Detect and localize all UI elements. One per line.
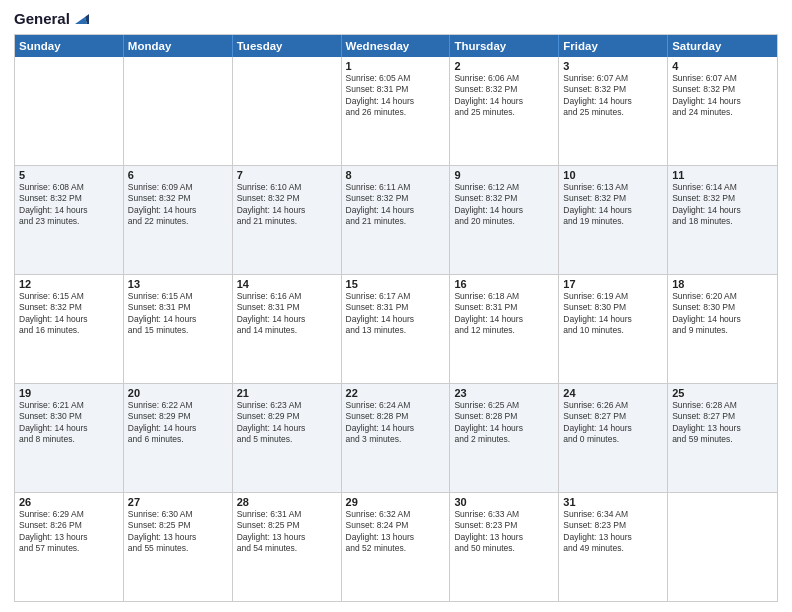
- day-number: 12: [19, 278, 119, 290]
- calendar-row-1: 1Sunrise: 6:05 AM Sunset: 8:31 PM Daylig…: [15, 57, 777, 166]
- calendar-cell: [668, 493, 777, 601]
- day-info: Sunrise: 6:13 AM Sunset: 8:32 PM Dayligh…: [563, 182, 663, 228]
- day-info: Sunrise: 6:19 AM Sunset: 8:30 PM Dayligh…: [563, 291, 663, 337]
- day-number: 18: [672, 278, 773, 290]
- day-info: Sunrise: 6:23 AM Sunset: 8:29 PM Dayligh…: [237, 400, 337, 446]
- calendar-cell: 25Sunrise: 6:28 AM Sunset: 8:27 PM Dayli…: [668, 384, 777, 492]
- header-day-saturday: Saturday: [668, 35, 777, 57]
- day-number: 20: [128, 387, 228, 399]
- day-info: Sunrise: 6:16 AM Sunset: 8:31 PM Dayligh…: [237, 291, 337, 337]
- day-number: 31: [563, 496, 663, 508]
- day-info: Sunrise: 6:12 AM Sunset: 8:32 PM Dayligh…: [454, 182, 554, 228]
- day-info: Sunrise: 6:08 AM Sunset: 8:32 PM Dayligh…: [19, 182, 119, 228]
- day-info: Sunrise: 6:15 AM Sunset: 8:32 PM Dayligh…: [19, 291, 119, 337]
- header-day-friday: Friday: [559, 35, 668, 57]
- day-number: 8: [346, 169, 446, 181]
- day-number: 7: [237, 169, 337, 181]
- day-info: Sunrise: 6:24 AM Sunset: 8:28 PM Dayligh…: [346, 400, 446, 446]
- day-number: 19: [19, 387, 119, 399]
- day-number: 28: [237, 496, 337, 508]
- calendar-cell: 27Sunrise: 6:30 AM Sunset: 8:25 PM Dayli…: [124, 493, 233, 601]
- calendar-cell: [233, 57, 342, 165]
- calendar-row-5: 26Sunrise: 6:29 AM Sunset: 8:26 PM Dayli…: [15, 493, 777, 601]
- calendar-cell: 21Sunrise: 6:23 AM Sunset: 8:29 PM Dayli…: [233, 384, 342, 492]
- day-info: Sunrise: 6:18 AM Sunset: 8:31 PM Dayligh…: [454, 291, 554, 337]
- day-info: Sunrise: 6:11 AM Sunset: 8:32 PM Dayligh…: [346, 182, 446, 228]
- day-info: Sunrise: 6:10 AM Sunset: 8:32 PM Dayligh…: [237, 182, 337, 228]
- calendar-cell: 28Sunrise: 6:31 AM Sunset: 8:25 PM Dayli…: [233, 493, 342, 601]
- day-number: 23: [454, 387, 554, 399]
- day-info: Sunrise: 6:32 AM Sunset: 8:24 PM Dayligh…: [346, 509, 446, 555]
- calendar-cell: 11Sunrise: 6:14 AM Sunset: 8:32 PM Dayli…: [668, 166, 777, 274]
- header-day-sunday: Sunday: [15, 35, 124, 57]
- calendar-cell: 4Sunrise: 6:07 AM Sunset: 8:32 PM Daylig…: [668, 57, 777, 165]
- calendar-row-4: 19Sunrise: 6:21 AM Sunset: 8:30 PM Dayli…: [15, 384, 777, 493]
- day-number: 14: [237, 278, 337, 290]
- header: General: [14, 10, 778, 28]
- calendar-cell: 19Sunrise: 6:21 AM Sunset: 8:30 PM Dayli…: [15, 384, 124, 492]
- logo: General: [14, 10, 89, 28]
- calendar-cell: 10Sunrise: 6:13 AM Sunset: 8:32 PM Dayli…: [559, 166, 668, 274]
- calendar-cell: 22Sunrise: 6:24 AM Sunset: 8:28 PM Dayli…: [342, 384, 451, 492]
- header-day-thursday: Thursday: [450, 35, 559, 57]
- day-info: Sunrise: 6:21 AM Sunset: 8:30 PM Dayligh…: [19, 400, 119, 446]
- logo-text-general: General: [14, 11, 70, 28]
- day-number: 30: [454, 496, 554, 508]
- calendar-cell: 16Sunrise: 6:18 AM Sunset: 8:31 PM Dayli…: [450, 275, 559, 383]
- day-number: 5: [19, 169, 119, 181]
- calendar-cell: 20Sunrise: 6:22 AM Sunset: 8:29 PM Dayli…: [124, 384, 233, 492]
- header-day-tuesday: Tuesday: [233, 35, 342, 57]
- day-number: 11: [672, 169, 773, 181]
- calendar-body: 1Sunrise: 6:05 AM Sunset: 8:31 PM Daylig…: [15, 57, 777, 601]
- svg-marker-0: [75, 17, 87, 24]
- day-number: 29: [346, 496, 446, 508]
- day-info: Sunrise: 6:07 AM Sunset: 8:32 PM Dayligh…: [672, 73, 773, 119]
- day-number: 2: [454, 60, 554, 72]
- page: General SundayMondayTuesdayWednesdayThur…: [0, 0, 792, 612]
- day-info: Sunrise: 6:07 AM Sunset: 8:32 PM Dayligh…: [563, 73, 663, 119]
- calendar-cell: 3Sunrise: 6:07 AM Sunset: 8:32 PM Daylig…: [559, 57, 668, 165]
- calendar-cell: 30Sunrise: 6:33 AM Sunset: 8:23 PM Dayli…: [450, 493, 559, 601]
- calendar-cell: 24Sunrise: 6:26 AM Sunset: 8:27 PM Dayli…: [559, 384, 668, 492]
- day-number: 21: [237, 387, 337, 399]
- day-info: Sunrise: 6:15 AM Sunset: 8:31 PM Dayligh…: [128, 291, 228, 337]
- calendar-cell: 17Sunrise: 6:19 AM Sunset: 8:30 PM Dayli…: [559, 275, 668, 383]
- calendar-cell: [124, 57, 233, 165]
- header-day-monday: Monday: [124, 35, 233, 57]
- day-number: 26: [19, 496, 119, 508]
- day-number: 1: [346, 60, 446, 72]
- day-info: Sunrise: 6:05 AM Sunset: 8:31 PM Dayligh…: [346, 73, 446, 119]
- day-info: Sunrise: 6:26 AM Sunset: 8:27 PM Dayligh…: [563, 400, 663, 446]
- calendar-cell: 9Sunrise: 6:12 AM Sunset: 8:32 PM Daylig…: [450, 166, 559, 274]
- calendar-cell: 13Sunrise: 6:15 AM Sunset: 8:31 PM Dayli…: [124, 275, 233, 383]
- day-info: Sunrise: 6:30 AM Sunset: 8:25 PM Dayligh…: [128, 509, 228, 555]
- day-info: Sunrise: 6:29 AM Sunset: 8:26 PM Dayligh…: [19, 509, 119, 555]
- day-info: Sunrise: 6:06 AM Sunset: 8:32 PM Dayligh…: [454, 73, 554, 119]
- day-number: 13: [128, 278, 228, 290]
- day-info: Sunrise: 6:14 AM Sunset: 8:32 PM Dayligh…: [672, 182, 773, 228]
- calendar-cell: 14Sunrise: 6:16 AM Sunset: 8:31 PM Dayli…: [233, 275, 342, 383]
- day-info: Sunrise: 6:09 AM Sunset: 8:32 PM Dayligh…: [128, 182, 228, 228]
- calendar-cell: 26Sunrise: 6:29 AM Sunset: 8:26 PM Dayli…: [15, 493, 124, 601]
- day-number: 4: [672, 60, 773, 72]
- day-info: Sunrise: 6:34 AM Sunset: 8:23 PM Dayligh…: [563, 509, 663, 555]
- day-number: 6: [128, 169, 228, 181]
- calendar-cell: 8Sunrise: 6:11 AM Sunset: 8:32 PM Daylig…: [342, 166, 451, 274]
- calendar-cell: 31Sunrise: 6:34 AM Sunset: 8:23 PM Dayli…: [559, 493, 668, 601]
- logo-icon: [71, 10, 89, 28]
- calendar: SundayMondayTuesdayWednesdayThursdayFrid…: [14, 34, 778, 602]
- calendar-row-3: 12Sunrise: 6:15 AM Sunset: 8:32 PM Dayli…: [15, 275, 777, 384]
- day-number: 10: [563, 169, 663, 181]
- day-info: Sunrise: 6:31 AM Sunset: 8:25 PM Dayligh…: [237, 509, 337, 555]
- day-info: Sunrise: 6:20 AM Sunset: 8:30 PM Dayligh…: [672, 291, 773, 337]
- calendar-cell: 18Sunrise: 6:20 AM Sunset: 8:30 PM Dayli…: [668, 275, 777, 383]
- day-info: Sunrise: 6:17 AM Sunset: 8:31 PM Dayligh…: [346, 291, 446, 337]
- calendar-cell: 12Sunrise: 6:15 AM Sunset: 8:32 PM Dayli…: [15, 275, 124, 383]
- day-info: Sunrise: 6:25 AM Sunset: 8:28 PM Dayligh…: [454, 400, 554, 446]
- calendar-cell: 23Sunrise: 6:25 AM Sunset: 8:28 PM Dayli…: [450, 384, 559, 492]
- day-number: 24: [563, 387, 663, 399]
- calendar-header: SundayMondayTuesdayWednesdayThursdayFrid…: [15, 35, 777, 57]
- day-info: Sunrise: 6:33 AM Sunset: 8:23 PM Dayligh…: [454, 509, 554, 555]
- calendar-cell: 29Sunrise: 6:32 AM Sunset: 8:24 PM Dayli…: [342, 493, 451, 601]
- calendar-row-2: 5Sunrise: 6:08 AM Sunset: 8:32 PM Daylig…: [15, 166, 777, 275]
